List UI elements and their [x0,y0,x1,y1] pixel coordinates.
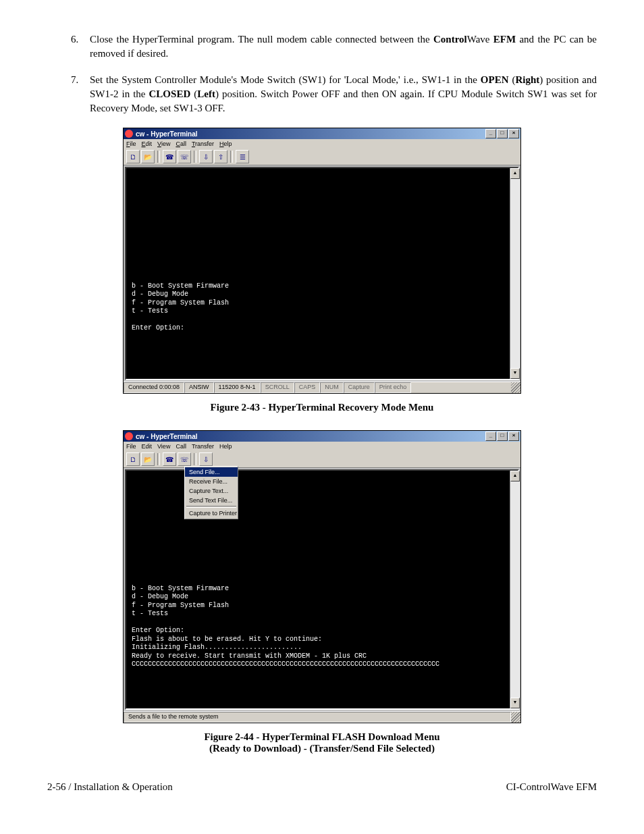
terminal-output[interactable]: b - Boot System Firmware d - Debug Mode … [125,167,519,380]
toolbar-send-icon[interactable]: ⇩ [199,452,213,466]
menu-call[interactable]: Call [176,443,186,450]
toolbar-properties-icon[interactable]: ☰ [236,150,249,163]
transfer-dropdown: Send File... Receive File... Capture Tex… [184,466,238,519]
resize-grip-icon[interactable] [511,382,520,393]
menu-transfer[interactable]: Transfer [192,443,214,450]
menu-file[interactable]: File [126,140,136,147]
toolbar-new-icon[interactable]: 🗋 [126,150,140,163]
close-button[interactable]: × [508,432,519,441]
scroll-up-icon[interactable]: ▲ [510,168,520,179]
maximize-button[interactable]: □ [497,432,508,441]
screenshot-hyperterminal-2: cw - HyperTerminal _ □ × File Edit View … [123,430,521,723]
titlebar: cw - HyperTerminal _ □ × [124,431,520,442]
menu-file[interactable]: File [126,443,136,450]
dropdown-receive-file[interactable]: Receive File... [185,477,238,486]
toolbar: 🗋 📂 ☎ ☏ ⇩ ⇧ ☰ [124,149,520,165]
figure-caption-1: Figure 2-43 - HyperTerminal Recovery Mod… [47,402,597,413]
toolbar-call-icon[interactable]: ☎ [163,452,176,466]
maximize-button[interactable]: □ [497,129,508,138]
scroll-up-icon[interactable]: ▲ [510,471,520,481]
menu-view[interactable]: View [157,140,170,147]
resize-grip-icon[interactable] [511,712,520,723]
menu-edit[interactable]: Edit [142,140,153,147]
app-icon [125,432,133,440]
menu-view[interactable]: View [157,443,170,450]
step-6: 6. Close the HyperTerminal program. The … [71,32,597,61]
statusbar: Connected 0:00:08 ANSIW 115200 8-N-1 SCR… [124,382,520,393]
step-text: Set the System Controller Module's Mode … [90,73,597,115]
page-footer: 2-56 / Installation & Operation CI-Contr… [47,781,597,793]
scroll-down-icon[interactable]: ▼ [510,368,520,379]
step-7: 7. Set the System Controller Module's Mo… [71,73,597,115]
toolbar-hangup-icon[interactable]: ☏ [178,452,191,466]
menu-help[interactable]: Help [219,443,232,450]
toolbar-open-icon[interactable]: 📂 [141,452,155,466]
status-capture: Capture [344,382,375,393]
toolbar-send-icon[interactable]: ⇩ [199,150,213,163]
minimize-button[interactable]: _ [485,432,496,441]
menu-transfer[interactable]: Transfer [192,140,214,147]
status-help-text: Sends a file to the remote system [124,712,511,723]
dropdown-send-text-file[interactable]: Send Text File... [185,496,238,505]
status-emulation: ANSIW [184,382,214,393]
status-baud: 115200 8-N-1 [214,382,261,393]
window-title: cw - HyperTerminal [136,433,198,440]
menu-call[interactable]: Call [176,140,186,147]
dropdown-capture-to-printer[interactable]: Capture to Printer [185,509,238,518]
menubar: File Edit View Call Transfer Help [124,442,520,451]
step-number: 6. [71,32,90,61]
footer-right: CI-ControlWave EFM [506,781,597,793]
titlebar: cw - HyperTerminal _ □ × [124,128,520,139]
close-button[interactable]: × [508,129,519,138]
toolbar-open-icon[interactable]: 📂 [141,150,155,163]
dropdown-send-file[interactable]: Send File... [185,467,238,477]
menu-edit[interactable]: Edit [142,443,153,450]
menu-help[interactable]: Help [219,140,232,147]
step-text: Close the HyperTerminal program. The nul… [90,32,597,61]
window-title: cw - HyperTerminal [136,130,198,138]
statusbar: Sends a file to the remote system [124,711,520,723]
footer-left: 2-56 / Installation & Operation [47,781,173,793]
status-caps: CAPS [294,382,321,393]
toolbar-receive-icon[interactable]: ⇧ [214,150,227,163]
scrollbar[interactable]: ▲ ▼ [510,168,520,379]
toolbar-new-icon[interactable]: 🗋 [126,452,140,466]
scrollbar[interactable]: ▲ ▼ [510,471,520,708]
figure-caption-2: Figure 2-44 - HyperTerminal FLASH Downlo… [47,731,597,754]
app-icon [125,130,133,138]
step-number: 7. [71,73,90,115]
toolbar: 🗋 📂 ☎ ☏ ⇩ [124,451,520,468]
toolbar-call-icon[interactable]: ☎ [163,150,176,163]
scroll-down-icon[interactable]: ▼ [510,698,520,708]
toolbar-hangup-icon[interactable]: ☏ [178,150,191,163]
menubar: File Edit View Call Transfer Help [124,139,520,149]
status-num: NUM [320,382,344,393]
status-scroll: SCROLL [261,382,294,393]
status-echo: Print echo [375,382,412,393]
screenshot-hyperterminal-1: cw - HyperTerminal _ □ × File Edit View … [123,128,521,394]
dropdown-capture-text[interactable]: Capture Text... [185,486,238,496]
minimize-button[interactable]: _ [485,129,496,138]
status-connection: Connected 0:00:08 [124,382,184,393]
